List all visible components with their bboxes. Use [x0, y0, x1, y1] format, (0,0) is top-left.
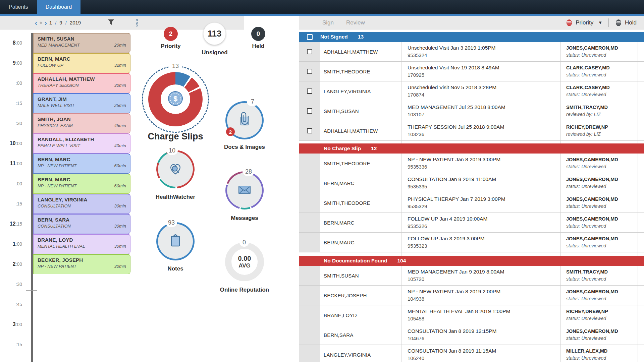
provider-name: JONES,CAMERON,MD — [566, 216, 638, 223]
appointment-card[interactable]: ADHALLAH, MATTHEW THERAPY SESSION 30min — [33, 73, 130, 93]
appointment-duration: 20min — [114, 43, 126, 48]
table-row[interactable]: SMITH,SUSAN MED MANAGEMENT Jan 9 2019 8:… — [299, 266, 644, 286]
notes-widget[interactable]: 93 — [156, 222, 195, 260]
row-checkbox[interactable] — [307, 69, 312, 74]
unsigned-label: Unsigned — [195, 49, 235, 56]
docs-images-widget[interactable]: 7 2 — [225, 101, 264, 139]
priority-stack-icon — [566, 19, 573, 26]
patient-name: BRANE,LOYD — [320, 305, 401, 325]
visit-id: 9535326 — [408, 223, 560, 230]
unsigned-counter[interactable]: 113 — [203, 22, 226, 45]
appointment-card[interactable]: BECKER, JOSEPH NP - NEW PATIENT 30min — [33, 254, 130, 274]
table-row[interactable]: SMITH,THEODORE NP - NEW PATIENT Jan 8 20… — [299, 154, 644, 173]
patient-name: BERN,MARC — [320, 173, 401, 193]
grip-handle-icon[interactable] — [136, 19, 138, 26]
priority-filter-button[interactable]: Priority ▼ — [566, 19, 602, 26]
date-month[interactable]: 1 — [49, 20, 52, 25]
row-checkbox[interactable] — [307, 88, 312, 94]
messages-widget[interactable]: 28 — [225, 171, 264, 209]
appointment-type: FEMALE WELL VISIT — [38, 143, 80, 148]
appointment-type: CONSULTATION — [38, 203, 71, 208]
select-all-checkbox[interactable] — [307, 34, 313, 40]
appointment-card[interactable]: SMITH, SUSAN MED MANAGEMENT 20min — [33, 33, 130, 53]
patient-name: BERN,MARC — [320, 233, 401, 252]
date-day[interactable]: 9 — [59, 20, 62, 25]
table-row[interactable]: LANGLEY,VIRGINIA Unscheduled Visit Nov 5… — [299, 81, 644, 101]
appointment-card[interactable]: SMITH, JOAN PHYSICAL EXAM 45min — [33, 113, 130, 133]
table-row[interactable]: SMITH,THEODORE Unscheduled Visit Nov 19 … — [299, 62, 644, 81]
appointment-card[interactable]: GRANT, JIM MALE WELL VISIT 25min — [33, 93, 130, 113]
visit-description: Unscheduled Visit Jan 3 2019 1:05PM — [408, 44, 560, 52]
charge-slips-label: Charge Slips — [135, 131, 216, 142]
tab-sign[interactable]: Sign — [322, 19, 334, 26]
appointment-duration: 30min — [114, 83, 126, 88]
appointment-card[interactable]: BERN, MARC FOLLOW UP 32min — [33, 53, 130, 73]
section-header-no-charge-slip: No Charge Slip 12 — [299, 143, 644, 154]
appointment-card[interactable]: BERN, MARC NP - NEW PATIENT 60min — [33, 174, 130, 194]
time-label: :15 — [0, 335, 23, 355]
time-label: 10:00 — [0, 133, 23, 154]
held-counter[interactable]: 0 — [251, 27, 265, 41]
table-row[interactable]: ADHALLAH,MATTHEW THERAPY SESSION Jul 25 … — [299, 121, 644, 141]
today-icon[interactable]: ◆ — [40, 20, 42, 25]
online-reputation-widget[interactable]: 0.00 AVG — [225, 242, 264, 281]
tab-review[interactable]: Review — [346, 19, 365, 26]
priority-counter[interactable]: 2 — [164, 27, 178, 41]
chevron-down-icon[interactable]: ▼ — [598, 20, 602, 25]
appointment-type: NP - NEW PATIENT — [38, 163, 76, 168]
tab-dashboard[interactable]: Dashboard — [37, 0, 80, 14]
table-row[interactable]: BERN,MARC CONSULTATION Jan 8 2019 11:00A… — [299, 173, 644, 193]
visit-description: CONSULTATION Jan 8 2019 11:00AM — [408, 176, 560, 183]
table-row[interactable]: ADHALLAH,MATTHEW Unscheduled Visit Jan 3… — [299, 42, 644, 62]
table-row[interactable]: SMITH,SUSAN MED MANAGEMENT Jul 25 2018 8… — [299, 101, 644, 121]
review-status: status: Unreviewed — [566, 71, 638, 78]
appointment-card[interactable]: RANDALL, ELIZABETH FEMALE WELL VISIT 40m… — [33, 133, 130, 154]
row-checkbox[interactable] — [307, 128, 312, 133]
appointment-card[interactable]: LANGLEY, VIRGINIA CONSULTATION 30min — [33, 194, 130, 214]
provider-name: RICHEY,DREW,NP — [566, 124, 638, 131]
appointment-card[interactable]: BERN, MARC NP - NEW PATIENT 60min — [33, 154, 130, 174]
visit-id: 104676 — [408, 335, 560, 342]
section-header-not-signed: Not Signed 13 — [299, 32, 644, 42]
hold-button-label: Hold — [625, 19, 637, 26]
patient-name: SMITH,THEODORE — [320, 193, 401, 213]
tab-patients[interactable]: Patients — [0, 0, 37, 14]
next-day-icon[interactable]: › — [45, 19, 47, 26]
review-panel: Sign Review Priority ▼ — [299, 16, 644, 362]
appointment-type: CONSULTATION — [38, 224, 71, 229]
visit-id: 105720 — [408, 276, 560, 283]
no-documentation-rows: SMITH,SUSAN MED MANAGEMENT Jan 9 2019 8:… — [299, 266, 644, 362]
appointment-patient: BERN, SARA — [38, 217, 126, 223]
table-row[interactable]: LANGLEY,VIRGINIA CONSULTATION Jan 8 2019… — [299, 345, 644, 362]
envelope-icon — [236, 182, 253, 199]
table-row[interactable]: BECKER,JOSEPH NP - NEW PATIENT Jan 8 201… — [299, 286, 644, 305]
review-status: status: Unreviewed — [566, 295, 638, 302]
online-reputation-count: 0 — [239, 238, 249, 247]
schedule-rail — [31, 33, 33, 362]
table-row[interactable]: BRANE,LOYD MENTAL HEALTH EVAL Jan 8 2019… — [299, 305, 644, 325]
table-row[interactable]: SMITH,THEODORE PHYSICAL THERAPY Jan 7 20… — [299, 193, 644, 213]
table-row[interactable]: BERN,SARA CONSULTATION Jan 8 2019 12:15P… — [299, 325, 644, 345]
docs-images-count: 7 — [247, 97, 258, 106]
review-status: status: Unreviewed — [566, 203, 638, 210]
date-separator: / — [54, 20, 57, 25]
hold-filter-button[interactable]: Hold — [615, 19, 637, 26]
charge-slips-donut[interactable]: $ — [148, 72, 203, 126]
healthwatcher-widget[interactable]: 10 — [156, 150, 195, 188]
appointment-card[interactable]: BRANE, LOYD MENTAL HEALTH EVAL 30min — [33, 234, 130, 254]
review-status: status: Unreviewed — [566, 242, 638, 249]
appointment-card[interactable]: BERN, SARA CONSULTATION 30min — [33, 214, 130, 234]
row-checkbox[interactable] — [307, 49, 312, 54]
visit-id: 104938 — [408, 295, 560, 303]
prev-day-icon[interactable]: ‹ — [35, 19, 37, 26]
review-status: reviewed by: LIZ — [566, 111, 638, 118]
filter-icon[interactable] — [107, 18, 115, 27]
provider-name: JONES,CAMERON,MD — [566, 288, 638, 295]
online-reputation-unit: AVG — [238, 262, 251, 269]
table-row[interactable]: BERN,MARC FOLLOW UP Jan 3 2019 3:00PM 95… — [299, 233, 644, 252]
row-checkbox[interactable] — [307, 108, 312, 114]
table-row[interactable]: BERN,MARC FOLLOW UP Jan 4 2019 10:00AM 9… — [299, 213, 644, 233]
visit-id: 103236 — [408, 131, 560, 138]
date-year[interactable]: 2019 — [70, 20, 81, 25]
time-label: :00 — [0, 174, 23, 194]
